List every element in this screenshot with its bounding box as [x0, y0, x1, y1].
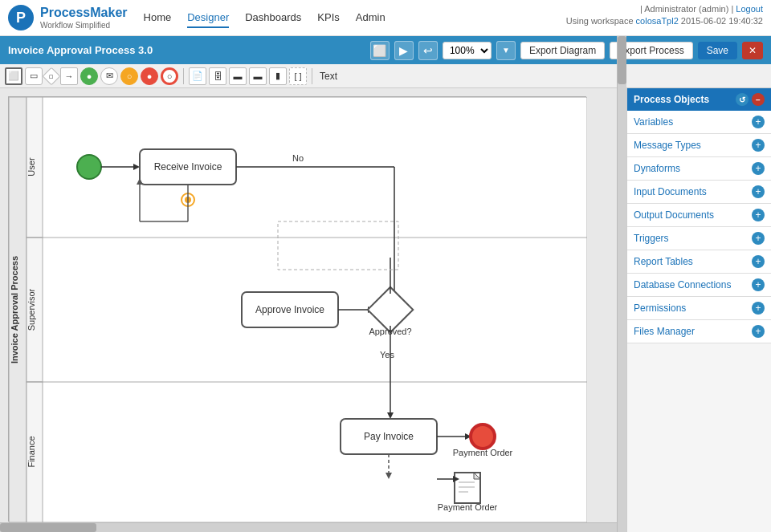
logo-area: P ProcessMaker Workflow Simplified: [8, 5, 128, 30]
divider2: [312, 68, 312, 84]
scroll-thumb-v[interactable]: [618, 36, 626, 84]
close-button[interactable]: ✕: [742, 42, 763, 59]
panel-item-triggers[interactable]: Triggers +: [627, 227, 771, 250]
message-tool[interactable]: ✉: [100, 67, 118, 85]
top-navigation: P ProcessMaker Workflow Simplified Home …: [0, 0, 771, 36]
intermediate-tool[interactable]: ○: [120, 67, 138, 85]
svg-text:Invoice Approval Process: Invoice Approval Process: [10, 256, 19, 363]
panel-add-db-connections[interactable]: +: [752, 278, 765, 291]
logout-link[interactable]: Logout: [736, 4, 763, 14]
forward-icon[interactable]: ▶: [394, 41, 414, 60]
panel-add-permissions[interactable]: +: [752, 302, 765, 315]
scroll-thumb-h[interactable]: [0, 523, 96, 532]
canvas-area[interactable]: Invoice Approval Process User Supervisor…: [0, 88, 626, 532]
terminate-end-tool[interactable]: ○: [161, 67, 178, 85]
diagram: Invoice Approval Process User Supervisor…: [8, 96, 586, 522]
panel-item-dynaforms[interactable]: Dynaforms +: [627, 157, 771, 181]
right-panel: Process Objects ↺ − Variables + Message …: [626, 88, 771, 532]
panel-add-files-manager[interactable]: +: [752, 325, 765, 338]
panel-title: Process Objects: [634, 94, 709, 105]
brand-name: ProcessMaker: [40, 5, 128, 20]
panel-add-report-tables[interactable]: +: [752, 255, 765, 268]
nav-designer[interactable]: Designer: [187, 8, 229, 28]
panel-item-report-tables[interactable]: Report Tables +: [627, 250, 771, 274]
text-tool-label[interactable]: Text: [320, 71, 337, 82]
svg-text:Pay Invoice: Pay Invoice: [364, 431, 414, 442]
datetime: 2015-06-02 19:40:32: [681, 16, 763, 26]
nav-kpis[interactable]: KPIs: [317, 8, 339, 28]
process-title: Invoice Approval Process 3.0: [8, 44, 370, 56]
zoom-dropdown-icon[interactable]: ▼: [496, 41, 516, 60]
horizontal-scrollbar[interactable]: [0, 522, 626, 532]
panel-label-output-docs: Output Documents: [634, 209, 714, 221]
lane-h-tool[interactable]: ▬: [249, 67, 267, 85]
main-content: Invoice Approval Process User Supervisor…: [0, 88, 771, 532]
svg-point-11: [77, 155, 101, 179]
logo-text: ProcessMaker Workflow Simplified: [40, 5, 128, 30]
panel-item-variables[interactable]: Variables +: [627, 111, 771, 134]
panel-add-variables[interactable]: +: [752, 116, 765, 128]
monitor-icon[interactable]: ⬜: [370, 41, 390, 60]
workspace-link[interactable]: colosaTpl2: [636, 16, 679, 26]
panel-add-triggers[interactable]: +: [752, 232, 765, 245]
svg-text:Payment Order: Payment Order: [438, 502, 498, 512]
doc-tool[interactable]: 📄: [189, 67, 206, 85]
panel-label-message-types: Message Types: [634, 140, 701, 151]
brand-sub: Workflow Simplified: [40, 21, 128, 30]
nav-dashboards[interactable]: Dashboards: [245, 8, 301, 28]
end-event-tool[interactable]: ●: [141, 67, 158, 85]
panel-add-message-types[interactable]: +: [752, 139, 765, 152]
divider1: [183, 68, 184, 84]
diamond-tool[interactable]: ◇: [43, 67, 61, 85]
zoom-select[interactable]: 100% 75% 50% 125%: [443, 42, 492, 59]
panel-label-dynaforms: Dynaforms: [634, 163, 680, 174]
svg-text:No: No: [292, 153, 304, 163]
panel-label-permissions: Permissions: [634, 303, 686, 314]
panel-item-db-connections[interactable]: Database Connections +: [627, 274, 771, 297]
panel-label-db-connections: Database Connections: [634, 279, 731, 290]
panel-label-variables: Variables: [634, 116, 673, 128]
panel-collapse-icon[interactable]: −: [752, 93, 765, 106]
save-button[interactable]: Save: [698, 42, 737, 59]
annotation-tool[interactable]: [ ]: [289, 67, 307, 85]
panel-add-output-docs[interactable]: +: [752, 209, 765, 221]
svg-point-37: [471, 424, 495, 449]
start-event-tool[interactable]: ●: [80, 67, 98, 85]
arrow-tool[interactable]: →: [60, 67, 78, 85]
pool-tool[interactable]: ▬: [229, 67, 247, 85]
panel-label-triggers: Triggers: [634, 233, 669, 244]
panel-item-output-docs[interactable]: Output Documents +: [627, 204, 771, 227]
panel-item-input-docs[interactable]: Input Documents +: [627, 181, 771, 204]
svg-text:Payment Order: Payment Order: [453, 448, 513, 457]
workspace-info: Using workspace colosaTpl2 2015-06-02 19…: [566, 16, 763, 26]
panel-label-input-docs: Input Documents: [634, 186, 707, 197]
panel-label-report-tables: Report Tables: [634, 256, 693, 267]
lane-v-tool[interactable]: ▮: [269, 67, 287, 85]
vertical-scrollbar[interactable]: [617, 36, 626, 532]
nav-admin[interactable]: Admin: [356, 8, 386, 28]
export-diagram-button[interactable]: Export Diagram: [520, 42, 605, 59]
task-tool[interactable]: ▭: [25, 67, 43, 85]
svg-text:Yes: Yes: [380, 350, 394, 359]
logo-icon: P: [8, 5, 34, 30]
panel-refresh-icon[interactable]: ↺: [736, 93, 749, 106]
panel-header-icons: ↺ −: [736, 93, 765, 106]
svg-text:Supervisor: Supervisor: [27, 288, 36, 331]
panel-header: Process Objects ↺ −: [627, 88, 771, 111]
toolbar: ⬜ ▭ ◇ → ● ✉ ○ ● ○ 📄 🗄 ▬ ▬ ▮ [ ] Text: [0, 64, 771, 88]
diagram-svg: Invoice Approval Process User Supervisor…: [9, 97, 587, 522]
panel-item-permissions[interactable]: Permissions +: [627, 297, 771, 320]
user-info: | Administrator (admin) | Logout: [640, 4, 763, 14]
db-tool[interactable]: 🗄: [209, 67, 226, 85]
panel-add-dynaforms[interactable]: +: [752, 162, 765, 175]
svg-text:User: User: [27, 157, 36, 177]
nav-home[interactable]: Home: [144, 8, 172, 28]
select-tool[interactable]: ⬜: [5, 67, 22, 85]
undo-icon[interactable]: ↩: [418, 41, 438, 60]
panel-item-files-manager[interactable]: Files Manager +: [627, 320, 771, 343]
svg-text:Finance: Finance: [27, 436, 36, 467]
panel-item-message-types[interactable]: Message Types +: [627, 134, 771, 157]
panel-add-input-docs[interactable]: +: [752, 185, 765, 198]
panel-label-files-manager: Files Manager: [634, 326, 695, 337]
svg-text:Receive Invoice: Receive Invoice: [154, 161, 222, 173]
